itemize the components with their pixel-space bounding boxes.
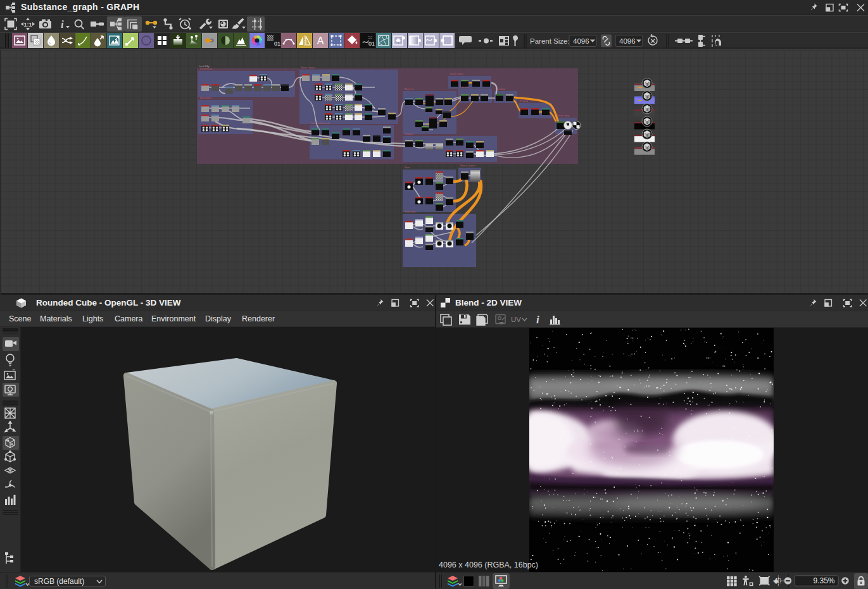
svg-text:Shadow: Shadow bbox=[405, 132, 414, 135]
svg-text:1:1: 1:1 bbox=[23, 22, 32, 28]
svg-text:✥: ✥ bbox=[774, 578, 778, 585]
svg-text:i: i bbox=[536, 314, 539, 326]
svg-text:Parent Size:: Parent Size: bbox=[530, 37, 570, 45]
svg-text:4096: 4096 bbox=[573, 37, 589, 45]
svg-text:Fractal: Fractal bbox=[520, 99, 528, 102]
svg-text:Blur mix: Blur mix bbox=[405, 87, 413, 90]
svg-text:4096: 4096 bbox=[619, 37, 636, 45]
svg-text:Main clouds: Main clouds bbox=[301, 66, 315, 69]
svg-text:Mountains: Mountains bbox=[200, 96, 211, 99]
svg-text:Snow dust: Snow dust bbox=[405, 210, 417, 213]
svg-text:Main mid clouds: Main mid clouds bbox=[311, 121, 330, 125]
svg-text:Stars: Stars bbox=[405, 166, 410, 169]
svg-text:01: 01 bbox=[368, 40, 375, 47]
svg-text:Land mass: Land mass bbox=[200, 67, 213, 70]
svg-text:UV: UV bbox=[511, 316, 521, 323]
svg-text:Final comp: Final comp bbox=[557, 114, 570, 117]
svg-text:Quick Stars: Quick Stars bbox=[450, 72, 463, 75]
svg-text:9.35%: 9.35% bbox=[813, 576, 834, 585]
svg-text:01: 01 bbox=[274, 40, 280, 47]
svg-text:Nebula layers: Nebula layers bbox=[460, 164, 475, 167]
svg-text:A: A bbox=[317, 35, 324, 46]
svg-text:i: i bbox=[61, 18, 64, 30]
